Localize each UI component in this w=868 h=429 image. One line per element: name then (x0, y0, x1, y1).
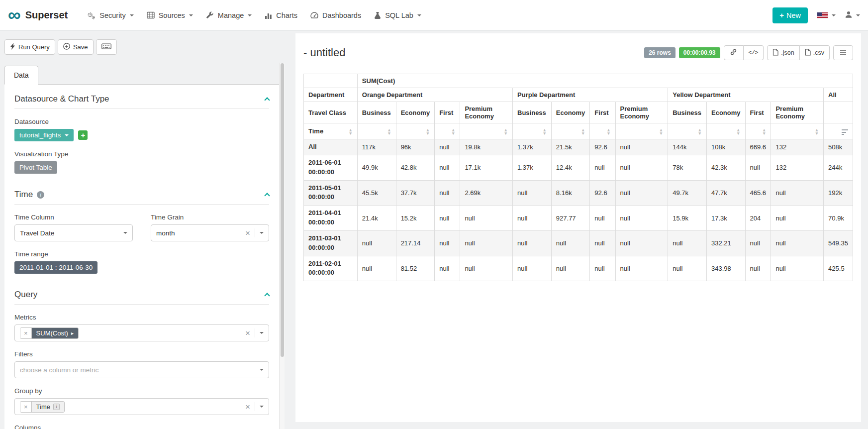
brand[interactable]: ∞ Superset (8, 8, 68, 22)
pivot-group-header: Purple Department (513, 88, 668, 102)
pivot-sort-cell[interactable]: ▲▼ (551, 123, 590, 139)
select-value: Travel Date (20, 229, 54, 237)
pivot-sort-cell[interactable]: ▲▼ (435, 123, 460, 139)
pivot-cell: 78k (668, 155, 707, 180)
superset-explore-page: ∞ Superset Security Sources Manage Chart (0, 0, 868, 429)
pivot-sort-cell[interactable]: ▲▼ (668, 123, 707, 139)
pivot-cell: 17.3k (707, 206, 746, 231)
nav-item-dashboards[interactable]: Dashboards (304, 6, 368, 24)
pivot-sort-cell[interactable]: ▲▼ (771, 123, 824, 139)
pivot-cell: 332.21 (707, 230, 746, 256)
pivot-cell: null (357, 256, 396, 281)
save-button[interactable]: Save (58, 39, 94, 55)
pivot-sort-cell[interactable]: ▲▼ (707, 123, 746, 139)
keyboard-shortcuts-button[interactable] (96, 39, 117, 55)
time-section-header[interactable]: Time i (14, 174, 269, 205)
pivot-cell: null (615, 230, 668, 256)
language-selector[interactable] (817, 12, 836, 18)
time-column-select[interactable]: Travel Date (14, 224, 133, 241)
remove-icon[interactable]: × (20, 328, 32, 338)
pivot-sort-cell[interactable] (824, 123, 853, 139)
pivot-cell: null (460, 230, 513, 256)
pivot-subcolumn-header: First (745, 102, 771, 123)
pivot-sort-cell[interactable]: ▲▼ (615, 123, 668, 139)
pivot-cell: 19.8k (460, 139, 513, 155)
pivot-cell: 144k (668, 139, 707, 155)
nav-item-manage[interactable]: Manage (199, 6, 258, 24)
pivot-sort-cell[interactable]: ▲▼ (460, 123, 513, 139)
export-json-button[interactable]: .json (767, 45, 799, 60)
caret-right-icon: ▸ (71, 330, 74, 336)
pivot-cell: 17.1k (460, 155, 513, 180)
metrics-select[interactable]: × SUM(Cost) ▸ × (14, 324, 269, 341)
metric-token[interactable]: × SUM(Cost) ▸ (20, 327, 79, 339)
pivot-cell: 45.5k (357, 180, 396, 206)
pivot-group-header: Orange Department (357, 88, 512, 102)
tab-bar: Data (4, 65, 279, 85)
pivot-row-label: All (304, 139, 358, 155)
pivot-all-header: All (824, 88, 853, 102)
pivot-sort-cell[interactable]: ▲▼ (357, 123, 396, 139)
code-icon: </> (749, 50, 759, 56)
pivot-cell: 465.6 (745, 180, 771, 206)
sort-icon: ▲▼ (387, 127, 391, 135)
pivot-row-label: 2011-06-0100:00:00 (304, 155, 358, 180)
remove-icon[interactable]: × (20, 402, 32, 412)
nav-item-sql-lab[interactable]: SQL Lab (368, 6, 428, 24)
panel-scrollbar[interactable] (279, 63, 285, 429)
section-title: Time (14, 190, 33, 200)
group-by-select[interactable]: × Time i × (14, 398, 269, 415)
edit-datasource-icon[interactable]: + (78, 130, 88, 140)
new-button[interactable]: + New (772, 7, 808, 23)
plus-circle-icon (63, 43, 70, 51)
pivot-row-dimension-sort[interactable]: Time▲▼ (304, 123, 358, 139)
clear-icon[interactable]: × (245, 229, 250, 237)
pivot-row-label: 2011-04-0100:00:00 (304, 206, 358, 231)
nav-item-security[interactable]: Security (81, 6, 140, 24)
view-query-button[interactable]: </> (744, 45, 764, 60)
pivot-row-label: 2011-02-0100:00:00 (304, 256, 358, 281)
pivot-sort-cell[interactable]: ▲▼ (590, 123, 615, 139)
chart-menu-button[interactable] (833, 45, 853, 60)
filters-select[interactable]: choose a column or metric (14, 361, 269, 378)
run-query-button[interactable]: Run Query (4, 39, 55, 55)
query-duration-badge: 00:00:00.93 (679, 47, 720, 58)
pivot-sort-cell[interactable]: ▲▼ (396, 123, 435, 139)
pivot-metric-header: SUM(Cost) (357, 74, 853, 88)
query-section-header[interactable]: Query (14, 274, 269, 305)
sort-icon: ▲▼ (815, 127, 819, 135)
scrollbar-thumb[interactable] (281, 63, 284, 357)
pivot-cell: 192k (824, 180, 853, 206)
pivot-cell: 12.4k (551, 155, 590, 180)
group-by-token[interactable]: × Time i (20, 401, 65, 413)
visualization-type-pill[interactable]: Pivot Table (14, 161, 57, 174)
pivot-cell: null (357, 230, 396, 256)
nav-item-sources[interactable]: Sources (140, 6, 199, 24)
datasource-pill[interactable]: tutorial_flights (14, 129, 74, 141)
clear-icon[interactable]: × (245, 403, 250, 411)
time-range-pill[interactable]: 2011-01-01 : 2011-06-30 (14, 261, 97, 274)
file-icon (772, 49, 778, 57)
user-menu[interactable] (845, 10, 860, 20)
pivot-row: 2011-02-0100:00:00null81.52nullnullnulln… (304, 256, 853, 281)
clear-icon[interactable]: × (245, 329, 250, 337)
export-csv-label: .csv (813, 49, 824, 56)
chevron-up-icon (264, 293, 270, 298)
chevron-down-icon (856, 14, 860, 16)
nav-item-charts[interactable]: Charts (258, 6, 304, 24)
group-by-token-label: Time (36, 403, 50, 411)
pivot-cell: 549.35 (824, 230, 853, 256)
datasource-section-header[interactable]: Datasource & Chart Type (14, 87, 269, 109)
export-csv-button[interactable]: .csv (800, 45, 830, 60)
share-link-button[interactable] (724, 45, 744, 60)
pivot-sort-cell[interactable]: ▲▼ (513, 123, 552, 139)
time-grain-select[interactable]: month × (151, 224, 269, 241)
pivot-cell: null (435, 155, 460, 180)
pivot-subcolumn-header: Premium Economy (460, 102, 513, 123)
pivot-cell: null (771, 180, 824, 206)
row-count-badge: 26 rows (644, 47, 675, 58)
pivot-sort-cell[interactable]: ▲▼ (745, 123, 771, 139)
nav-label: Dashboards (322, 11, 361, 19)
chevron-down-icon (189, 14, 193, 16)
tab-data[interactable]: Data (4, 66, 38, 85)
